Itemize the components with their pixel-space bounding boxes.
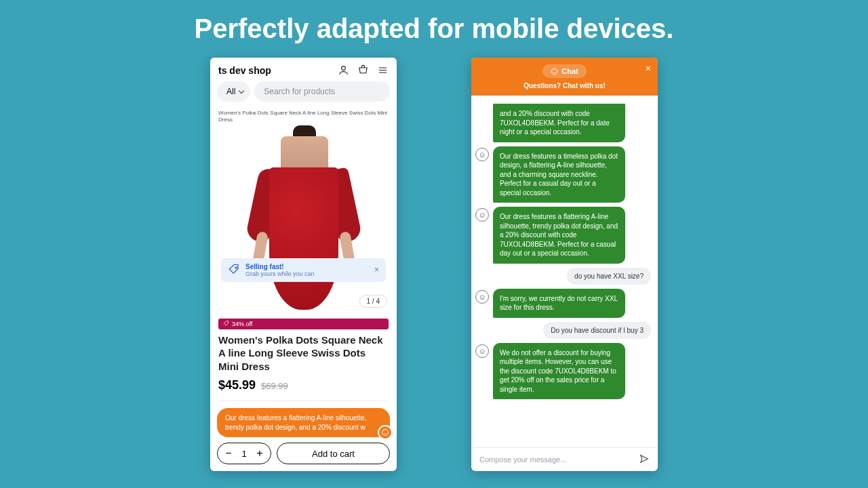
close-icon[interactable]: × [374,265,379,274]
qty-plus-button[interactable]: + [252,445,268,462]
svg-point-0 [342,66,346,70]
chat-teaser-bubble[interactable]: Our dress features a flattering A-line s… [217,408,390,437]
bot-avatar-icon: ☺ [475,148,489,161]
qty-value: 1 [237,449,252,459]
bot-avatar-icon: ☺ [475,208,489,222]
category-filter[interactable]: All [217,81,250,102]
chevron-down-icon [239,87,244,93]
close-icon[interactable]: × [646,63,651,74]
bot-avatar-icon: ☺ [475,344,489,358]
product-phone: ts dev shop All Search for products Wome… [210,58,397,471]
bot-avatar-icon: ☺ [475,290,489,304]
price-current: $45.99 [218,378,256,392]
tag-icon [223,321,229,327]
product-title: Women's Polka Dots Square Neck A line Lo… [210,332,397,375]
shop-name: ts dev shop [218,65,271,76]
svg-point-2 [382,430,389,436]
product-image[interactable]: Selling fast! Grab yours while you can ×… [216,127,391,312]
quantity-stepper[interactable]: − 1 + [217,443,271,464]
qty-minus-button[interactable]: − [220,445,237,462]
bot-message: I'm sorry, we currently do not carry XXL… [493,289,625,318]
banner-sub: Grab yours while you can [245,270,315,277]
compose-row: Compose your message... [471,447,658,471]
urgency-banner: Selling fast! Grab yours while you can × [221,258,386,282]
user-message: do you have XXL size? [567,268,651,285]
chat-phone: Chat Questions? Chat with us! × and a 20… [471,58,658,471]
bot-message: Our dress features a timeless polka dot … [493,146,625,203]
svg-point-1 [235,267,237,268]
compose-input[interactable]: Compose your message... [479,455,566,464]
tag-icon [228,264,240,276]
send-icon[interactable] [639,453,650,466]
breadcrumb: Women's Polka Dots Square Neck A line Lo… [210,106,397,127]
chat-launcher-icon[interactable] [378,425,393,440]
menu-icon[interactable] [377,64,389,76]
image-counter: 1 / 4 [359,295,387,308]
account-icon[interactable] [338,64,349,76]
cart-icon[interactable] [357,64,369,76]
price-original: $69.99 [261,381,288,391]
chat-subheader: Questions? Chat with us! [478,82,651,89]
bot-message: Our dress features a flattering A-line s… [493,207,625,264]
user-message: Do you have discount if I buy 3 [543,322,651,339]
chat-icon [551,68,558,75]
add-to-cart-button[interactable]: Add to cart [277,443,390,464]
headline: Perfectly adapted for mobile devices. [0,0,868,44]
chat-chip[interactable]: Chat [542,64,586,78]
search-input[interactable]: Search for products [254,81,390,102]
banner-title: Selling fast! [245,263,315,270]
svg-point-3 [552,68,557,74]
filter-label: All [226,87,235,96]
chat-header: Chat Questions? Chat with us! × [471,58,658,96]
chat-messages[interactable]: and a 20% discount with code 7UXOL4D8BEK… [471,96,658,447]
bot-message: We do not offer a discount for buying mu… [493,343,625,400]
bot-message: and a 20% discount with code 7UXOL4D8BEK… [493,104,625,142]
discount-badge: 34% off [218,319,389,329]
